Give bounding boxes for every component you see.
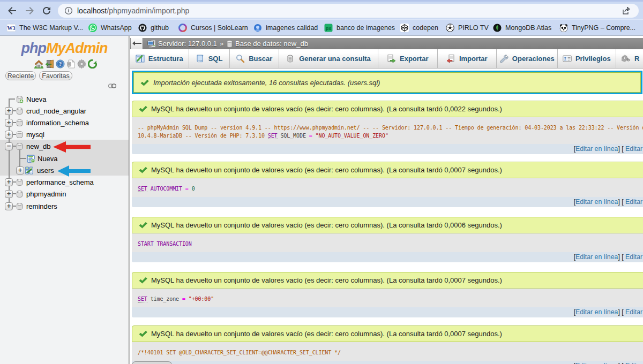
tab-privilegios[interactable]: Privilegios: [558, 49, 617, 68]
tab-sql[interactable]: SQL: [189, 49, 230, 68]
back-icon[interactable]: [7, 5, 18, 16]
logout-icon[interactable]: [45, 59, 54, 69]
bookmark-8[interactable]: PIRLO TV: [446, 21, 489, 34]
forward-icon[interactable]: [24, 5, 35, 16]
tab-operaciones[interactable]: Operaciones: [497, 49, 558, 68]
inline-edit-link[interactable]: Editar en línea: [575, 362, 618, 364]
link-icon[interactable]: [108, 84, 116, 88]
success-check-icon: [139, 330, 147, 337]
edit-link[interactable]: Editar: [625, 308, 642, 316]
button-label: Favoritas: [42, 72, 69, 80]
recent-button[interactable]: Reciente: [5, 71, 36, 80]
tree-expander[interactable]: +: [5, 202, 13, 210]
favorites-button[interactable]: Favoritas: [39, 71, 72, 80]
home-icon[interactable]: [34, 59, 43, 69]
tree-item-label: new_db: [26, 142, 51, 150]
database-breadcrumb[interactable]: Base de datos: new_db: [235, 40, 308, 48]
inline-edit-link[interactable]: Editar en línea: [575, 253, 618, 261]
bookmark-2[interactable]: WhatsApp: [88, 21, 132, 34]
tree-expander[interactable]: +: [5, 178, 13, 186]
mongodb-icon: [493, 24, 502, 32]
tree-item-information_schema[interactable]: information_schema: [26, 117, 89, 128]
tree-item-reminders[interactable]: reminders: [26, 201, 57, 211]
tab-exportar[interactable]: Exportar: [378, 49, 438, 68]
sql-query-text: START TRANSACTION: [132, 233, 643, 252]
operations-icon: [499, 54, 509, 63]
tree-item-phpmyadmin[interactable]: phpmyadmin: [26, 188, 66, 199]
tree-item-mysql[interactable]: mysql: [26, 129, 44, 140]
tab-label: Estructura: [148, 55, 183, 63]
sql-query-text: SET time_zone = "+00:00": [132, 289, 643, 307]
console-tab[interactable]: [132, 361, 172, 364]
tree-expander[interactable]: +: [16, 166, 24, 175]
tree-item-nueva[interactable]: Nueva: [26, 94, 47, 104]
navigation-sidebar: phpMyAdmin ?: [0, 36, 129, 364]
address-bar[interactable]: localhost/phpmyadmin/import.php: [58, 4, 639, 18]
help-icon[interactable]: ?: [56, 59, 65, 69]
tree-item-new_db[interactable]: new_db: [26, 141, 51, 151]
tree-item-label: mysql: [26, 131, 44, 139]
github-icon: [138, 24, 147, 32]
edit-link[interactable]: Editar: [625, 198, 642, 206]
bookmark-1[interactable]: W3The W3C Markup V...: [7, 21, 83, 34]
documentation-icon[interactable]: [66, 59, 76, 69]
inline-edit-link[interactable]: Editar en línea: [575, 198, 618, 206]
tree-item-crud_node_angular[interactable]: crud_node_angular: [26, 105, 86, 116]
export-icon: [387, 54, 396, 63]
bookmark-9[interactable]: MongoDB Atlas: [493, 21, 551, 34]
collapse-sidebar-button[interactable]: [131, 38, 143, 49]
edit-link[interactable]: Editar: [625, 145, 642, 153]
server-breadcrumb[interactable]: Servidor: 127.0.0.1: [158, 40, 217, 48]
tab-buscar[interactable]: Buscar: [230, 49, 280, 68]
bookmark-3[interactable]: github: [138, 21, 169, 34]
bookmark-label: imagenes calidad: [266, 24, 318, 32]
tab-importar[interactable]: Importar: [438, 49, 497, 68]
left-arrow-icon: [132, 41, 141, 46]
svg-text:?: ?: [59, 61, 62, 67]
database-icon: [16, 190, 24, 198]
bookmark-7[interactable]: codepen: [400, 21, 438, 34]
tab-label: Importar: [459, 55, 488, 63]
tree-expander[interactable]: +: [5, 131, 13, 139]
result-message: MySQL ha devuelto un conjunto de valores…: [151, 221, 502, 229]
bookmarks-bar: W3The W3C Markup V...WhatsAppgithubCurso…: [0, 19, 643, 35]
bookmark-6[interactable]: pxbanco de imagenes: [324, 21, 395, 34]
share-icon[interactable]: [622, 6, 631, 16]
tree-item-users[interactable]: users: [37, 165, 54, 176]
import-icon: [446, 54, 455, 63]
tab-label: Generar una consulta: [299, 55, 371, 63]
tab-generar-una-consulta[interactable]: Generar una consulta: [279, 49, 378, 68]
tree-expander[interactable]: −: [5, 142, 13, 150]
tree-item-nueva[interactable]: Nueva: [38, 153, 58, 164]
reload-nav-icon[interactable]: [88, 59, 97, 69]
phpmyadmin-logo[interactable]: phpMyAdmin: [0, 40, 129, 57]
bookmark-5[interactable]: imagenes calidad: [253, 21, 318, 34]
edit-link[interactable]: Editar: [625, 362, 642, 364]
result-success-bar: MySQL ha devuelto un conjunto de valores…: [132, 217, 643, 233]
sql-line: SET time_zone = "+00:00": [138, 295, 643, 303]
tree-expander[interactable]: +: [5, 190, 13, 198]
tree-expander[interactable]: +: [5, 119, 13, 127]
bookmark-label: banco de imagenes: [337, 24, 395, 32]
result-block-4: MySQL ha devuelto un conjunto de valores…: [132, 272, 643, 317]
result-block-1: MySQL ha devuelto un conjunto de valores…: [132, 101, 643, 154]
settings-gear-icon[interactable]: [77, 59, 86, 69]
tree-item-performance_schema[interactable]: performance_schema: [26, 177, 94, 187]
edit-link[interactable]: Editar: [625, 253, 642, 261]
tree-expander[interactable]: +: [5, 107, 13, 115]
bookmark-4[interactable]: Cursos | SoloLearn: [178, 21, 248, 34]
inline-edit-link[interactable]: Editar en línea: [575, 145, 618, 153]
query-icon: [286, 54, 295, 63]
tree-item-label: Nueva: [26, 95, 47, 103]
tab-r[interactable]: R: [616, 49, 643, 68]
result-tools: [Editar en línea] [ Editar ] [ Crear cód…: [132, 307, 643, 317]
database-icon: [227, 40, 233, 48]
reload-icon[interactable]: [41, 5, 52, 16]
bookmark-label: codepen: [413, 24, 438, 32]
bookmark-10[interactable]: TinyPNG – Compre...: [559, 21, 635, 34]
tab-label: Buscar: [249, 55, 272, 63]
page-info-icon[interactable]: [64, 6, 73, 15]
tab-estructura[interactable]: Estructura: [130, 49, 189, 68]
success-check-icon: [139, 222, 147, 229]
inline-edit-link[interactable]: Editar en línea: [575, 308, 618, 316]
